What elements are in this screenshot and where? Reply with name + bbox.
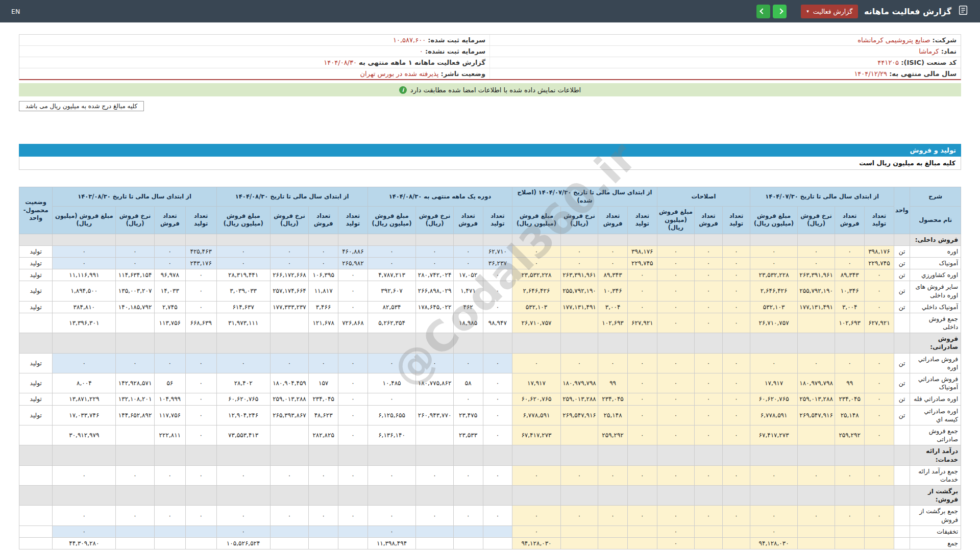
empty-cell xyxy=(512,445,561,465)
value-cell: ۰ xyxy=(627,393,657,405)
value-cell: ۱۰۲,۶۹۳ xyxy=(598,313,628,333)
value-cell: ۰ xyxy=(865,506,894,525)
next-report-button[interactable] xyxy=(773,5,787,18)
empty-cell xyxy=(722,333,750,353)
company-info-table: شرکت: صنایع پتروشیمی کرمانشاه سرمایه ثبت… xyxy=(19,34,961,80)
value-cell: ۰ xyxy=(695,405,723,425)
status-cell: تولید xyxy=(19,405,53,425)
value-cell: ۲۲۲,۸۱۱ xyxy=(154,425,185,445)
report-type-dropdown[interactable]: گزارش فعالیت ▾ xyxy=(801,5,858,18)
column-header: مبلغ فروش (میلیون ریال) xyxy=(368,207,416,234)
unit-header: واحد xyxy=(894,187,910,234)
value-cell: ۰ xyxy=(416,353,453,373)
section-label: درآمد ارائه خدمات: xyxy=(910,445,961,465)
empty-cell xyxy=(598,445,628,465)
value-cell: ۰ xyxy=(627,425,657,445)
empty-cell xyxy=(185,445,216,465)
value-cell xyxy=(797,525,835,537)
page-title: گزارش فعالیت ماهانه xyxy=(864,7,951,16)
value-cell: ۰ xyxy=(627,465,657,485)
empty-cell xyxy=(216,333,270,353)
value-cell: ۰ xyxy=(657,281,695,301)
value-cell: ۷۳,۵۵۳,۴۱۳ xyxy=(216,425,270,445)
value-cell: ۰ xyxy=(453,393,483,405)
value-cell: ۳۱,۹۷۳,۱۱۱ xyxy=(216,313,270,333)
empty-cell xyxy=(894,445,910,465)
value-cell: ۱۳۲,۱۰۸,۲۰۱ xyxy=(116,393,155,405)
empty-cell xyxy=(453,234,483,245)
value-cell: ۰ xyxy=(53,506,116,525)
info-row: سال مالی منتهی به: ۱۴۰۴/۱۲/۲۹ وضعیت ناشر… xyxy=(19,68,961,79)
lang-toggle-en[interactable]: EN xyxy=(11,8,20,15)
value-cell: ۰ xyxy=(865,281,894,301)
value-cell xyxy=(598,525,628,537)
empty-cell xyxy=(483,445,512,465)
value-cell: ۰ xyxy=(270,245,309,257)
value-cell: ۰ xyxy=(185,301,216,313)
column-header: تعداد فروش xyxy=(835,207,865,234)
unit-cell: تن xyxy=(894,373,910,393)
group-header-1: اصلاحات xyxy=(657,187,750,207)
status-cell: تولید xyxy=(19,393,53,405)
value-cell: ۰ xyxy=(216,245,270,257)
table-row: اوره صادراتي فلهتن۰۲۳۴,۰۴۵۲۵۹,۰۱۳,۲۸۸۶۰,… xyxy=(19,393,961,405)
value-cell: ۶,۱۲۵,۶۵۵ xyxy=(368,405,416,425)
value-cell: ۱,۸۹۴,۵۰۰ xyxy=(53,281,116,301)
table-row: فروش صادراتي آمونیاکتن۰۹۹۱۸۰,۹۷۹,۷۹۸۱۷,۹… xyxy=(19,373,961,393)
desc-header: شرح xyxy=(910,187,961,207)
status-cell: تولید xyxy=(19,269,53,281)
value-cell: ۰ xyxy=(797,245,835,257)
value-cell: ۲۶,۷۱۰,۷۵۷ xyxy=(512,313,561,333)
value-cell: ۰ xyxy=(560,257,598,269)
previous-report-button[interactable] xyxy=(756,5,770,18)
info-row: کد صنعت (ISIC): ۴۴۱۲۰۵ گزارش فعالیت ماها… xyxy=(19,57,961,68)
value-cell: ۰ xyxy=(416,465,453,485)
info-value: ۴۴۱۲۰۵ xyxy=(877,59,899,66)
value-cell: ۰ xyxy=(483,405,512,425)
value-cell: ۰ xyxy=(154,506,185,525)
value-cell: ۰ xyxy=(116,465,155,485)
value-cell: ۶۲۷,۹۲۱ xyxy=(627,313,657,333)
info-label: نماد: xyxy=(941,47,957,55)
table-row: تخفیفات۰۰۰۰۰۰ xyxy=(19,525,961,537)
value-cell: ۰ xyxy=(722,313,750,333)
value-cell: ۰ xyxy=(368,465,416,485)
value-cell: ۶۱۴,۶۳۷ xyxy=(216,301,270,313)
value-cell: ۰ xyxy=(722,405,750,425)
unit-cell: تن xyxy=(894,353,910,373)
value-cell xyxy=(416,525,453,537)
value-cell: ۲۵۹,۲۹۲ xyxy=(835,425,865,445)
value-cell: ۱۱,۱۱۶,۹۹۱ xyxy=(53,269,116,281)
value-cell: ۰ xyxy=(270,353,309,373)
value-cell: ۰ xyxy=(154,245,185,257)
info-label: کد صنعت (ISIC): xyxy=(901,59,957,66)
value-cell: ۴۶۲ xyxy=(453,301,483,313)
value-cell xyxy=(695,525,723,537)
value-cell: ۰ xyxy=(657,257,695,269)
value-cell xyxy=(270,538,309,549)
empty-cell xyxy=(598,234,628,245)
value-cell: ۵۳۲,۱۰۳ xyxy=(750,301,797,313)
value-cell: ۰ xyxy=(657,353,695,373)
value-cell: ۰ xyxy=(185,506,216,525)
value-cell: ۰ xyxy=(657,245,695,257)
value-cell: ۱۱۴,۶۳۴,۱۵۴ xyxy=(116,269,155,281)
empty-cell xyxy=(185,486,216,506)
value-cell: ۰ xyxy=(453,465,483,485)
empty-cell xyxy=(116,486,155,506)
value-cell xyxy=(560,525,598,537)
value-cell: ۰ xyxy=(598,465,628,485)
unit-note-container: کلیه مبالغ درج شده به میلیون ریال می باش… xyxy=(19,101,961,111)
value-cell: ۰ xyxy=(657,393,695,405)
value-cell: ۱۸۰,۹۰۴,۴۵۹ xyxy=(270,373,309,393)
value-cell: ۰ xyxy=(53,465,116,485)
value-cell: ۰ xyxy=(185,425,216,445)
value-cell: ۰ xyxy=(309,465,338,485)
value-cell: ۰ xyxy=(598,245,628,257)
value-cell: ۰ xyxy=(627,281,657,301)
value-cell: ۱۰۵,۵۲۶,۵۲۴ xyxy=(216,538,270,549)
empty-cell xyxy=(483,234,512,245)
column-header: مبلغ فروش (میلیون ریال) xyxy=(53,207,116,234)
value-cell: ۰ xyxy=(116,257,155,269)
value-cell: ۰ xyxy=(695,281,723,301)
